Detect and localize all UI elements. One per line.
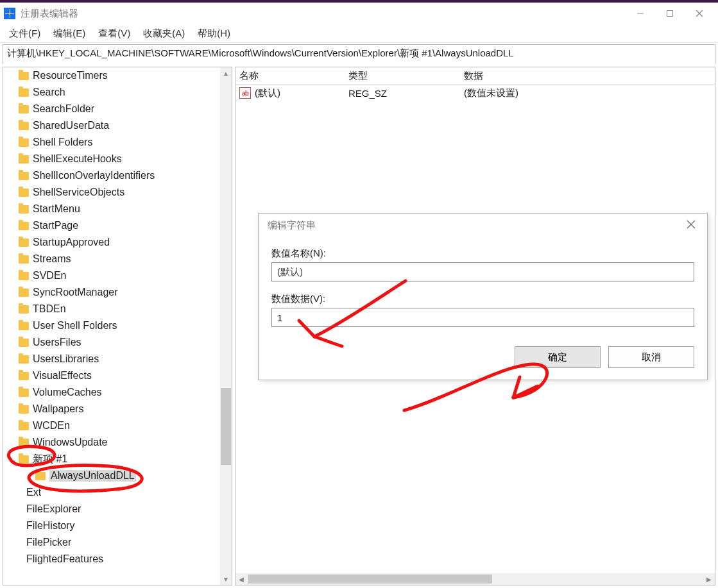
close-button[interactable] xyxy=(685,4,714,23)
folder-icon xyxy=(19,455,29,464)
folder-icon xyxy=(35,472,46,480)
scroll-thumb[interactable] xyxy=(221,388,231,465)
value-data-input[interactable] xyxy=(271,308,694,327)
tree-item-label: SearchFolder xyxy=(33,103,94,115)
tree-item-label: SharedUserData xyxy=(33,120,109,131)
tree-item-label: Search xyxy=(33,87,65,98)
folder-icon xyxy=(19,355,29,364)
tree-item[interactable]: FilePicker xyxy=(3,534,220,551)
menu-bar: 文件(F) 编辑(E) 查看(V) 收藏夹(A) 帮助(H) xyxy=(0,24,718,43)
scroll-down-icon[interactable]: ▼ xyxy=(220,573,232,585)
tree-item[interactable]: Ext xyxy=(3,484,220,501)
tree-item[interactable]: User Shell Folders xyxy=(3,317,220,334)
tree-item[interactable]: VisualEffects xyxy=(3,367,220,384)
tree-item[interactable]: FlightedFeatures xyxy=(3,551,220,567)
folder-icon xyxy=(19,289,29,297)
cancel-button[interactable]: 取消 xyxy=(608,346,694,368)
menu-help[interactable]: 帮助(H) xyxy=(191,26,237,41)
tree-item[interactable]: ShellServiceObjects xyxy=(3,184,220,201)
tree-item-label: StartMenu xyxy=(33,203,80,215)
edit-string-dialog: 编辑字符串 数值名称(N): 数值数据(V): 确定 取消 xyxy=(258,213,708,380)
col-header-type[interactable]: 类型 xyxy=(348,70,464,82)
menu-favorites[interactable]: 收藏夹(A) xyxy=(137,26,191,41)
folder-icon xyxy=(19,222,29,230)
list-hscrollbar[interactable]: ◀ ▶ xyxy=(235,573,715,585)
tree-item[interactable]: ShellExecuteHooks xyxy=(3,151,220,167)
folder-icon xyxy=(19,139,29,147)
tree-item-label: SyncRootManager xyxy=(33,287,118,298)
tree-scrollbar[interactable]: ▲ ▼ xyxy=(220,67,232,585)
menu-file[interactable]: 文件(F) xyxy=(3,26,47,41)
scroll-up-icon[interactable]: ▲ xyxy=(220,67,232,79)
tree-item-label: WindowsUpdate xyxy=(33,437,108,448)
tree-item[interactable]: SyncRootManager xyxy=(3,284,220,301)
tree-item[interactable]: StartupApproved xyxy=(3,234,220,251)
scroll-right-icon[interactable]: ▶ xyxy=(703,576,715,583)
tree-item-label: StartupApproved xyxy=(33,237,110,248)
tree-item-label: StartPage xyxy=(33,220,78,231)
folder-icon xyxy=(19,88,29,97)
tree-item[interactable]: SVDEn xyxy=(3,267,220,284)
tree-item[interactable]: Shell Folders xyxy=(3,134,220,151)
tree-item[interactable]: ⌄新项 #1 xyxy=(3,451,220,467)
tree-item-label: TBDEn xyxy=(33,303,66,315)
tree-item[interactable]: VolumeCaches xyxy=(3,384,220,401)
folder-icon xyxy=(19,305,29,314)
folder-icon xyxy=(19,239,29,247)
dialog-titlebar[interactable]: 编辑字符串 xyxy=(259,214,707,237)
tree-item[interactable]: StartMenu xyxy=(3,201,220,217)
list-row[interactable]: ab (默认) REG_SZ (数值未设置) xyxy=(235,85,715,101)
folder-icon xyxy=(19,372,29,380)
window-controls xyxy=(626,4,714,23)
tree-item[interactable]: WCDEn xyxy=(3,417,220,434)
address-bar[interactable]: 计算机\HKEY_LOCAL_MACHINE\SOFTWARE\Microsof… xyxy=(3,44,715,65)
folder-icon xyxy=(19,439,29,447)
tree-item[interactable]: AlwaysUnloadDLL xyxy=(3,467,220,484)
folder-icon xyxy=(19,272,29,280)
hscroll-thumb[interactable] xyxy=(248,575,492,584)
tree-item[interactable]: Search xyxy=(3,84,220,101)
tree-item[interactable]: SharedUserData xyxy=(3,117,220,134)
tree-item[interactable]: UsersLibraries xyxy=(3,351,220,367)
tree-item[interactable]: TBDEn xyxy=(3,301,220,317)
tree-item-label: AlwaysUnloadDLL xyxy=(49,470,136,482)
dialog-close-button[interactable] xyxy=(683,219,699,232)
scroll-left-icon[interactable]: ◀ xyxy=(235,576,247,583)
col-header-data[interactable]: 数据 xyxy=(464,70,715,82)
minimize-button[interactable] xyxy=(626,4,655,23)
tree-item[interactable]: WindowsUpdate xyxy=(3,434,220,451)
tree-item[interactable]: FileHistory xyxy=(3,517,220,534)
tree-item[interactable]: Streams xyxy=(3,251,220,267)
tree-item-label: FileExplorer xyxy=(26,503,81,515)
dialog-body: 数值名称(N): 数值数据(V): xyxy=(259,237,707,336)
tree-item-label: ShellServiceObjects xyxy=(33,187,124,198)
value-name-input[interactable] xyxy=(271,262,694,281)
tree-item-label: FilePicker xyxy=(26,537,71,548)
maximize-button[interactable] xyxy=(655,4,685,23)
tree-item[interactable]: StartPage xyxy=(3,217,220,234)
tree-items[interactable]: ResourceTimersSearchSearchFolderSharedUs… xyxy=(3,67,220,585)
app-icon xyxy=(4,8,15,19)
tree-item[interactable]: ResourceTimers xyxy=(3,67,220,84)
col-header-name[interactable]: 名称 xyxy=(239,70,348,82)
tree-item-label: FlightedFeatures xyxy=(26,553,103,565)
menu-view[interactable]: 查看(V) xyxy=(92,26,137,41)
folder-icon xyxy=(19,322,29,330)
tree-item[interactable]: Wallpapers xyxy=(3,401,220,417)
tree-item[interactable]: UsersFiles xyxy=(3,334,220,351)
tree-item-label: VisualEffects xyxy=(33,370,92,382)
minimize-icon xyxy=(637,10,644,17)
tree-item[interactable]: SearchFolder xyxy=(3,101,220,117)
tree-item-label: WCDEn xyxy=(33,420,70,432)
list-headers: 名称 类型 数据 xyxy=(235,67,715,85)
tree-item-label: Wallpapers xyxy=(33,403,83,415)
tree-item[interactable]: ShellIconOverlayIdentifiers xyxy=(3,167,220,184)
tree-item[interactable]: FileExplorer xyxy=(3,501,220,517)
folder-icon xyxy=(19,405,29,414)
folder-icon xyxy=(19,422,29,430)
folder-icon xyxy=(19,72,29,80)
dialog-title: 编辑字符串 xyxy=(268,219,316,231)
tree-item-label: ShellIconOverlayIdentifiers xyxy=(33,170,155,181)
ok-button[interactable]: 确定 xyxy=(515,346,601,368)
menu-edit[interactable]: 编辑(E) xyxy=(47,26,92,41)
